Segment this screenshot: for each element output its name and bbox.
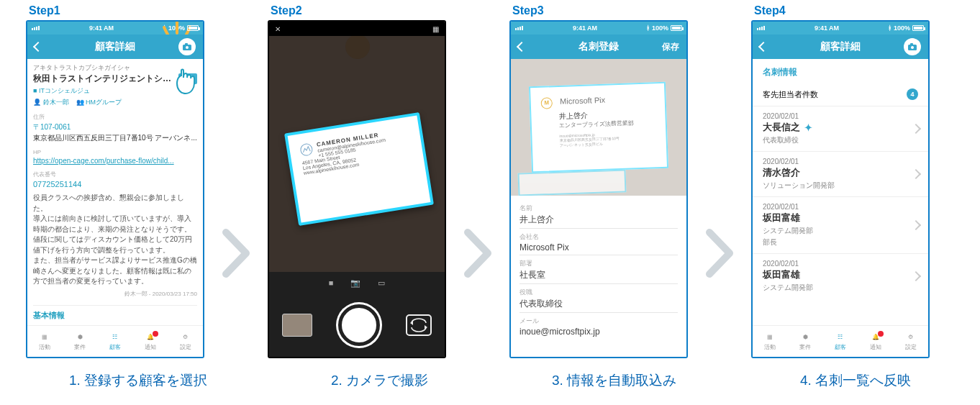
battery-icon <box>912 25 924 31</box>
tab-notifications[interactable]: 🔔通知 <box>869 332 882 351</box>
note-signature: 鈴木一郎 - 2020/03/23 17:50 <box>33 290 197 298</box>
group-chip[interactable]: 👥 HMグループ <box>76 98 122 107</box>
camera-controls: ■ 📷 ▭ <box>269 272 445 357</box>
activity-icon: ▦ <box>38 332 51 342</box>
svg-point-6 <box>300 143 313 156</box>
signal-icon <box>757 24 766 32</box>
step4-nav-title: 顧客詳細 <box>753 40 928 53</box>
chevron-right-icon <box>912 168 920 181</box>
step1-body: アキタトラストカブシキガイシャ 秋田トラストインテリジェントシステ... 見込 … <box>27 59 203 325</box>
step2-column: Step2 ✕ ▦ CAMERON MILLER cameron@alpines… <box>268 4 446 358</box>
tab-activity[interactable]: ▦活動 <box>763 332 776 351</box>
status-time: 9:41 AM <box>89 24 114 32</box>
camera-button[interactable] <box>178 38 196 55</box>
arrow-1 <box>204 148 268 358</box>
step3-column: Step3 9:41 AM ᚼ100% 名刺登録 保存 M Microsoft … <box>509 4 688 358</box>
activity-note: 役員クラスへの挨拶含め、懇親会に参加しました。 導入には前向きに検討して頂いてい… <box>33 193 197 287</box>
gear-icon: ⚙ <box>179 332 192 342</box>
bell-icon: 🔔 <box>144 332 157 342</box>
pinecone-prop <box>345 36 370 59</box>
step2-phone: ✕ ▦ CAMERON MILLER cameron@alpineskihous… <box>268 20 446 358</box>
chevron-right-icon <box>912 219 920 232</box>
hp-link[interactable]: https://open-cage.com/purchase-flow/chil… <box>33 157 197 165</box>
name-field[interactable]: 名前 井上啓介 <box>520 200 678 229</box>
grid-icon[interactable]: ▦ <box>432 25 439 33</box>
zip-code: 〒107-0061 <box>33 122 197 132</box>
mode-video-icon[interactable]: ■ <box>329 278 334 287</box>
signal-icon <box>515 24 524 32</box>
camera-viewfinder: CAMERON MILLER cameron@alpineskihouse.co… <box>269 36 445 357</box>
star-icon: ✦ <box>804 122 812 133</box>
flip-icon <box>407 316 430 335</box>
chevron-right-icon <box>222 228 250 278</box>
card-info-section: 名刺情報 <box>753 59 928 83</box>
back-button[interactable] <box>760 43 767 50</box>
close-icon[interactable]: ✕ <box>275 25 281 33</box>
step3-nav-title: 名刺登録 <box>511 40 686 53</box>
camera-icon <box>182 43 192 51</box>
step4-column: Step4 9:41 AM ᚼ100% 顧客詳細 名刺情報 客先担当者件数 <box>751 4 930 358</box>
step1-label: Step1 <box>29 4 60 17</box>
mode-card-icon[interactable]: ▭ <box>378 278 385 288</box>
person-chip[interactable]: 👤 鈴木一郎 <box>33 98 69 107</box>
tel-label: 代表番号 <box>33 170 197 178</box>
caption-2: 2. カメラで撮影 <box>331 371 428 390</box>
svg-rect-5 <box>185 43 188 45</box>
step3-navbar: 名刺登録 保存 <box>511 35 686 59</box>
step4-body: 名刺情報 客先担当者件数 4 2020/02/01 大長信之✦ 代表取締役 20… <box>753 59 928 325</box>
tab-deals[interactable]: ⬢案件 <box>73 332 86 351</box>
customers-icon: ☷ <box>834 332 847 342</box>
tab-deals[interactable]: ⬢案件 <box>799 332 812 351</box>
tab-settings[interactable]: ⚙設定 <box>904 332 917 351</box>
company-field[interactable]: 会社名 Microsoft Pix <box>520 229 678 255</box>
back-button[interactable] <box>518 43 525 50</box>
company-name: 秋田トラストインテリジェントシステ... <box>33 73 176 85</box>
chevron-right-icon <box>705 228 734 278</box>
caption-1: 1. 登録する顧客を選択 <box>69 371 207 390</box>
card-company: Microsoft Pix <box>560 96 605 106</box>
chevron-right-icon <box>463 228 492 278</box>
card-logo-icon: M <box>540 97 553 109</box>
svg-point-11 <box>911 46 914 49</box>
tel-number[interactable]: 07725251144 <box>33 180 197 188</box>
shutter-button[interactable] <box>338 304 380 346</box>
contact-count-row[interactable]: 客先担当者件数 4 <box>753 83 928 106</box>
scanned-card: M Microsoft Pix 井上啓介 エンタープライズ法務営業部 inoue… <box>529 82 668 173</box>
tab-customers[interactable]: ☷顧客 <box>109 332 122 351</box>
bluetooth-icon: ᚼ <box>888 24 891 32</box>
gallery-thumbnail[interactable] <box>282 314 312 337</box>
arrow-2 <box>446 148 509 358</box>
tab-bar: ▦活動 ⬢案件 ☷顧客 🔔通知 ⚙設定 <box>27 325 203 357</box>
list-item[interactable]: 2020/02/01 坂田富雄 システム開発部 部長 <box>753 197 928 254</box>
camera-top-bar: ✕ ▦ <box>269 22 445 36</box>
mode-photo-icon[interactable]: 📷 <box>350 278 360 288</box>
step3-phone: 9:41 AM ᚼ100% 名刺登録 保存 M Microsoft Pix 井上… <box>509 20 688 358</box>
card-preview: M Microsoft Pix 井上啓介 エンタープライズ法務営業部 inoue… <box>511 59 686 196</box>
tab-settings[interactable]: ⚙設定 <box>179 332 192 351</box>
detected-card: CAMERON MILLER cameron@alpineskihouse.co… <box>284 112 434 226</box>
caption-3: 3. 情報を自動取込み <box>552 371 676 390</box>
step2-label: Step2 <box>271 4 302 17</box>
bluetooth-icon: ᚼ <box>646 24 650 32</box>
step3-body: M Microsoft Pix 井上啓介 エンタープライズ法務営業部 inoue… <box>511 59 686 357</box>
flip-camera-button[interactable] <box>406 314 432 336</box>
list-item[interactable]: 2020/02/01 坂田富雄 システム開発部 <box>753 254 928 299</box>
save-button[interactable]: 保存 <box>662 41 679 53</box>
step1-navbar: 顧客詳細 <box>27 35 203 59</box>
back-button[interactable] <box>35 43 42 50</box>
status-bar: 9:41 AM ᚼ100% <box>753 22 928 35</box>
list-item[interactable]: 2020/02/01 清水啓介 ソリューション開発部 <box>753 152 928 197</box>
customers-icon: ☷ <box>109 332 122 342</box>
department-field[interactable]: 部署 社長室 <box>520 255 678 284</box>
title-field[interactable]: 役職 代表取締役 <box>520 284 678 313</box>
signal-icon <box>32 24 40 32</box>
camera-button[interactable] <box>904 38 921 55</box>
list-item[interactable]: 2020/02/01 大長信之✦ 代表取締役 <box>753 106 928 152</box>
svg-point-4 <box>186 46 189 49</box>
gear-icon: ⚙ <box>904 332 917 342</box>
tab-activity[interactable]: ▦活動 <box>38 332 51 351</box>
tab-notifications[interactable]: 🔔通知 <box>144 332 157 351</box>
card-form: 名前 井上啓介 会社名 Microsoft Pix 部署 社長室 役職 代表取締… <box>511 196 686 357</box>
email-field[interactable]: メール inoue@microsftpix.jp <box>520 313 678 339</box>
tab-customers[interactable]: ☷顧客 <box>834 332 847 351</box>
